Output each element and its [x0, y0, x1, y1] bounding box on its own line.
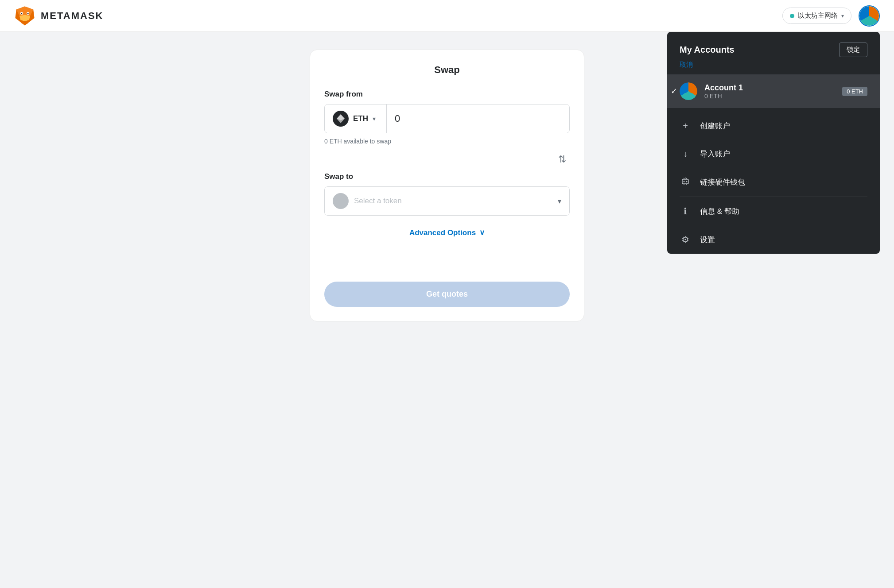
- advanced-options-button[interactable]: Advanced Options ∨: [324, 228, 570, 237]
- select-token-chevron-icon: ▾: [558, 197, 561, 205]
- create-account-label: 创建账户: [700, 121, 730, 131]
- swap-title: Swap: [324, 64, 570, 76]
- eth-logo-icon: [336, 114, 346, 124]
- swap-amount-input[interactable]: [387, 104, 569, 133]
- main-content: Swap Swap from ETH ▾ 0 ETH available to …: [0, 32, 894, 339]
- metamask-fox-icon: [14, 5, 35, 27]
- header: METAMASK 以太坊主网络 ▾: [0, 0, 894, 32]
- svg-point-13: [686, 181, 688, 182]
- account-info: Account 1 0 ETH: [704, 83, 835, 100]
- account-avatar: [680, 82, 697, 100]
- header-right: 以太坊主网络 ▾: [782, 5, 880, 27]
- account-selected-checkmark-icon: ✓: [671, 86, 677, 96]
- selected-token-name: ETH: [353, 114, 368, 123]
- available-balance-text: 0 ETH available to swap: [324, 138, 570, 145]
- swap-to-label: Swap to: [324, 172, 570, 181]
- eth-icon: [333, 111, 349, 127]
- swap-direction-row: ⇅: [324, 154, 570, 165]
- account-avatar-button[interactable]: [859, 5, 880, 27]
- network-label: 以太坊主网络: [798, 12, 838, 20]
- import-account-label: 导入账户: [700, 149, 730, 159]
- info-help-menu-item[interactable]: ℹ 信息 & 帮助: [667, 197, 880, 225]
- settings-label: 设置: [700, 235, 715, 245]
- svg-point-8: [27, 13, 29, 14]
- cancel-link[interactable]: 取消: [667, 61, 880, 74]
- token-chevron-icon: ▾: [373, 115, 376, 122]
- logo: METAMASK: [14, 5, 103, 27]
- account-balance-text: 0 ETH: [704, 93, 835, 100]
- token-placeholder-icon: [333, 193, 349, 209]
- settings-menu-item[interactable]: ⚙ 设置: [667, 225, 880, 254]
- network-status-dot: [790, 14, 794, 18]
- lock-button[interactable]: 锁定: [839, 43, 867, 57]
- svg-point-12: [684, 181, 685, 182]
- swap-from-label: Swap from: [324, 90, 570, 99]
- token-selector-button[interactable]: ETH ▾: [325, 104, 387, 133]
- connect-hardware-label: 链接硬件钱包: [700, 177, 745, 187]
- get-quotes-button[interactable]: Get quotes: [324, 282, 570, 307]
- account-eth-badge: 0 ETH: [842, 87, 867, 96]
- account-name: Account 1: [704, 83, 835, 93]
- swap-from-row: ETH ▾: [324, 104, 570, 133]
- info-icon: ℹ: [680, 206, 691, 217]
- dropdown-header: My Accounts 锁定: [667, 32, 880, 61]
- info-help-label: 信息 & 帮助: [700, 206, 739, 217]
- accounts-dropdown: My Accounts 锁定 取消 ✓ Account 1 0 ETH 0 ET…: [667, 32, 880, 254]
- network-selector[interactable]: 以太坊主网络 ▾: [782, 8, 851, 24]
- settings-icon: ⚙: [680, 234, 691, 245]
- create-account-icon: +: [680, 121, 691, 131]
- select-token-button[interactable]: Select a token ▾: [324, 186, 570, 216]
- import-account-menu-item[interactable]: ↓ 导入账户: [667, 140, 880, 168]
- select-token-placeholder-text: Select a token: [354, 197, 552, 205]
- advanced-options-chevron-icon: ∨: [479, 228, 485, 237]
- create-account-menu-item[interactable]: + 创建账户: [667, 112, 880, 140]
- menu-divider-1: [667, 110, 880, 110]
- swap-direction-button[interactable]: ⇅: [558, 154, 566, 165]
- swap-card: Swap Swap from ETH ▾ 0 ETH available to …: [310, 50, 584, 321]
- import-account-icon: ↓: [680, 149, 691, 159]
- hardware-wallet-icon: [680, 177, 691, 188]
- avatar-gradient: [859, 6, 879, 26]
- dropdown-title: My Accounts: [680, 45, 735, 55]
- svg-point-7: [21, 13, 22, 14]
- account-item[interactable]: ✓ Account 1 0 ETH 0 ETH: [667, 74, 880, 108]
- svg-rect-11: [682, 179, 688, 184]
- advanced-options-label: Advanced Options: [409, 228, 476, 237]
- connect-hardware-menu-item[interactable]: 链接硬件钱包: [667, 168, 880, 197]
- svg-marker-3: [19, 15, 30, 21]
- metamask-logo-text: METAMASK: [41, 10, 103, 22]
- network-chevron-icon: ▾: [841, 13, 844, 19]
